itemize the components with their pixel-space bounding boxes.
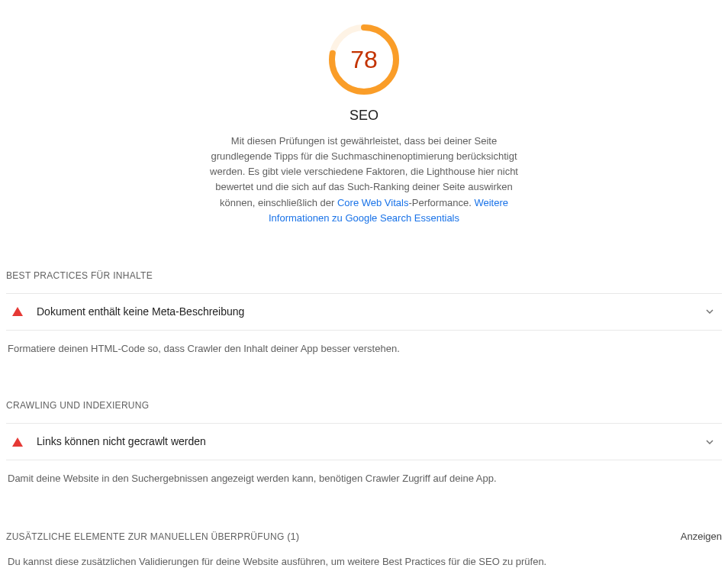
section-title: ZUSÄTZLICHE ELEMENTE ZUR MANUELLEN ÜBERP…: [6, 531, 285, 542]
score-summary: 78 SEO Mit diesen Prüfungen ist gewährle…: [204, 0, 524, 226]
section-best-practices: BEST PRACTICES FÜR INHALTE Dokument enth…: [0, 269, 728, 357]
section-manual: ZUSÄTZLICHE ELEMENTE ZUR MANUELLEN ÜBERP…: [0, 529, 728, 568]
section-note: Formatiere deinen HTML-Code so, dass Cra…: [6, 341, 722, 357]
audit-meta-description[interactable]: Dokument enthält keine Meta-Beschreibung: [6, 293, 722, 331]
section-note: Damit deine Website in den Suchergebniss…: [6, 471, 722, 486]
show-button[interactable]: Anzeigen: [681, 529, 722, 544]
category-title: SEO: [204, 105, 524, 126]
chevron-down-icon: [704, 305, 716, 318]
score-gauge: 78: [204, 23, 524, 96]
section-note: Du kannst diese zusätzlichen Validierung…: [6, 554, 722, 568]
section-title: CRAWLING UND INDEXIERUNG: [6, 399, 149, 412]
audit-crawlable-links[interactable]: Links können nicht gecrawlt werden: [6, 423, 722, 460]
chevron-down-icon: [704, 436, 716, 448]
section-count: (1): [287, 531, 299, 542]
section-crawling: CRAWLING UND INDEXIERUNG Links können ni…: [0, 399, 728, 486]
score-value: 78: [327, 23, 401, 96]
fail-triangle-icon: [12, 307, 23, 316]
audit-label: Dokument enthält keine Meta-Beschreibung: [37, 304, 704, 320]
desc-text-mid: -Performance.: [408, 197, 474, 208]
category-description: Mit diesen Prüfungen ist gewährleistet, …: [204, 134, 524, 226]
audit-label: Links können nicht gecrawlt werden: [37, 434, 704, 450]
core-web-vitals-link[interactable]: Core Web Vitals: [337, 197, 408, 208]
section-title: BEST PRACTICES FÜR INHALTE: [6, 269, 153, 282]
fail-triangle-icon: [12, 437, 23, 447]
